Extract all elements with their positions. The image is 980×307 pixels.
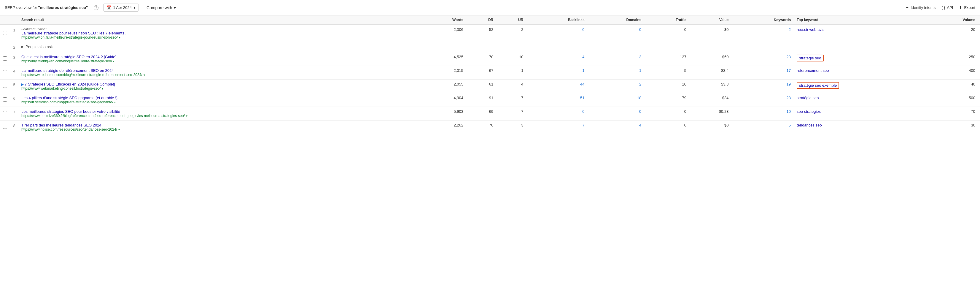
top-keyword-link[interactable]: stratégie seo	[797, 96, 819, 100]
result-url-link[interactable]: https://mylittlebigweb.com/blogue/meille…	[21, 59, 112, 63]
featured-snippet-label: Featured Snippet	[21, 27, 417, 31]
result-cell: La meilleure stratégie de référencement …	[18, 66, 420, 80]
backlinks-cell: 7	[526, 120, 587, 134]
result-url-link[interactable]: https://www.webmarketing-conseil.fr/stra…	[21, 86, 100, 91]
result-cell: Les 4 piliers d'une stratégie SEO gagnan…	[18, 93, 420, 107]
row-checkbox[interactable]	[3, 70, 7, 74]
top-keyword-link[interactable]: reussir web avis	[797, 27, 824, 32]
volume-cell	[925, 42, 980, 52]
col-search-result: Search result	[18, 16, 420, 25]
row-checkbox[interactable]	[3, 84, 7, 88]
traffic-cell: 0	[644, 107, 689, 120]
ur-cell	[496, 42, 526, 52]
result-title-link[interactable]: Les meilleures stratégies SEO pour boost…	[21, 109, 120, 114]
row-checkbox[interactable]	[3, 98, 7, 102]
keywords-cell: 2	[732, 25, 794, 42]
value-cell: $60	[689, 52, 732, 66]
ur-cell: 7	[496, 107, 526, 120]
col-volume: Volume	[925, 16, 980, 25]
words-cell: 5,903	[420, 107, 466, 120]
col-traffic: Traffic	[644, 16, 689, 25]
row-checkbox[interactable]	[3, 111, 7, 115]
dr-cell: 70	[466, 120, 496, 134]
header-actions: ✦ Identify intents { } API ⬇ Export	[905, 5, 975, 10]
row-number: 1	[10, 25, 18, 42]
serp-table: Search result Words DR UR Backlinks Doma…	[0, 16, 980, 134]
identify-intents-label: Identify intents	[911, 5, 935, 10]
traffic-cell: 0	[644, 120, 689, 134]
page-title: SERP overview for "meilleures stratégies…	[5, 5, 88, 10]
domains-cell: 18	[588, 93, 644, 107]
url-dropdown-arrow[interactable]: ▾	[119, 36, 121, 39]
row-number: 5	[10, 80, 18, 93]
volume-cell: 250	[925, 52, 980, 66]
volume-cell: 70	[925, 107, 980, 120]
top-keyword-highlight-link[interactable]: stratégie seo exemple	[797, 82, 839, 89]
url-dropdown-arrow[interactable]: ▾	[102, 87, 103, 90]
result-url-link[interactable]: https://fr.semrush.com/blog/piliers-stra…	[21, 100, 113, 104]
date-picker-button[interactable]: 📅 1 Apr 2024 ▾	[103, 3, 139, 11]
row-checkbox-cell	[0, 42, 10, 52]
result-url-link[interactable]: https://www.redacteur.com/blog/meilleure…	[21, 73, 142, 77]
top-keyword-highlight-link[interactable]: strategie seo	[797, 54, 823, 61]
top-keyword-link[interactable]: tendances seo	[797, 123, 822, 127]
chevron-down-icon: ▾	[134, 5, 135, 10]
keywords-cell: 28	[732, 52, 794, 66]
result-title-link[interactable]: Tirer parti des meilleures tendances SEO…	[21, 123, 102, 127]
result-url-link[interactable]: https://www.oni.fr/la-meilleure-strategi…	[21, 35, 118, 40]
words-cell: 4,525	[420, 52, 466, 66]
domains-cell	[588, 42, 644, 52]
result-title-link[interactable]: Quelle est la meilleure stratégie SEO en…	[21, 54, 116, 59]
export-button[interactable]: ⬇ Export	[959, 5, 975, 10]
table-header: Search result Words DR UR Backlinks Doma…	[0, 16, 980, 25]
table-row: 4La meilleure stratégie de référencement…	[0, 66, 980, 80]
url-dropdown-arrow[interactable]: ▾	[114, 101, 116, 104]
traffic-cell: 10	[644, 80, 689, 93]
result-title-link[interactable]: La meilleure stratégie pour réussir son …	[21, 31, 129, 35]
top-keyword-link[interactable]: seo strategies	[797, 109, 821, 114]
top-keyword-link[interactable]: referencement seo	[797, 68, 829, 73]
row-checkbox[interactable]	[3, 56, 7, 61]
top-keyword-cell	[794, 42, 925, 52]
table-row: 3Quelle est la meilleure stratégie SEO e…	[0, 52, 980, 66]
compare-with-button[interactable]: Compare with ▾	[143, 4, 179, 11]
domains-cell: 3	[588, 52, 644, 66]
backlinks-cell	[526, 42, 587, 52]
keywords-cell: 17	[732, 66, 794, 80]
result-url-link[interactable]: https://www.noiise.com/ressources/seo/te…	[21, 127, 117, 131]
traffic-cell: 79	[644, 93, 689, 107]
domains-cell: 1	[588, 66, 644, 80]
ur-cell: 3	[496, 120, 526, 134]
result-cell: ▶ 7 Stratégies SEO Efficaces en 2024 [Gu…	[18, 80, 420, 93]
play-icon: ▶	[21, 83, 25, 86]
value-cell: $0.23	[689, 107, 732, 120]
info-icon[interactable]: ?	[94, 5, 99, 10]
dr-cell: 69	[466, 107, 496, 120]
volume-cell: 500	[925, 93, 980, 107]
expand-arrow-icon[interactable]: ▶	[21, 45, 24, 49]
result-url-link[interactable]: https://www.optimize360.fr/blog/referenc…	[21, 114, 185, 118]
result-title-link[interactable]: La meilleure stratégie de référencement …	[21, 68, 114, 73]
api-label: API	[947, 5, 953, 10]
row-checkbox-cell	[0, 66, 10, 80]
url-dropdown-arrow[interactable]: ▾	[113, 60, 115, 63]
identify-intents-button[interactable]: ✦ Identify intents	[905, 5, 935, 10]
dr-cell: 67	[466, 66, 496, 80]
table-row: 1Featured SnippetLa meilleure stratégie …	[0, 25, 980, 42]
col-num	[10, 16, 18, 25]
dr-cell	[466, 42, 496, 52]
result-title-link[interactable]: Les 4 piliers d'une stratégie SEO gagnan…	[21, 96, 118, 100]
result-title-link[interactable]: 7 Stratégies SEO Efficaces en 2024 [Guid…	[25, 82, 115, 86]
dr-cell: 70	[466, 52, 496, 66]
row-checkbox[interactable]	[3, 125, 7, 129]
backlinks-cell: 51	[526, 93, 587, 107]
compare-with-label: Compare with	[146, 5, 172, 10]
url-dropdown-arrow[interactable]: ▾	[118, 128, 120, 131]
words-cell: 4,904	[420, 93, 466, 107]
chevron-down-icon: ▾	[174, 5, 176, 10]
keywords-cell: 10	[732, 107, 794, 120]
row-checkbox[interactable]	[3, 31, 7, 35]
url-dropdown-arrow[interactable]: ▾	[186, 114, 188, 118]
api-button[interactable]: { } API	[942, 5, 953, 10]
url-dropdown-arrow[interactable]: ▾	[143, 74, 145, 77]
